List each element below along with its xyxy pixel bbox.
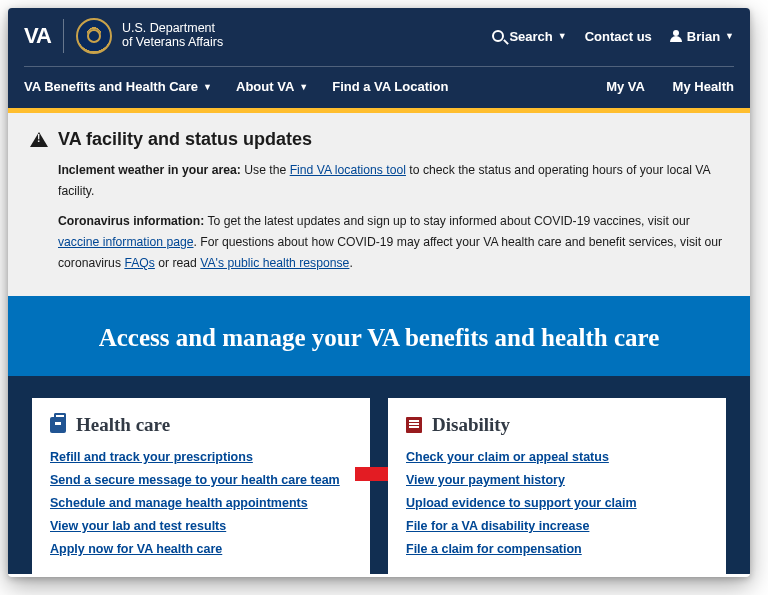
alert-covid-label: Coronavirus information: [58, 214, 204, 228]
divider [63, 19, 64, 53]
alert-covid-line: Coronavirus information: To get the late… [58, 211, 728, 273]
cards-band: Health care Refill and track your prescr… [8, 376, 750, 574]
nav-label: About VA [236, 79, 294, 94]
nav-my-health[interactable]: My Health [673, 79, 734, 94]
text: To get the latest updates and sign up to… [204, 214, 690, 228]
text: . [349, 256, 352, 270]
va-logo-text[interactable]: VA [24, 23, 51, 49]
chevron-down-icon: ▼ [203, 82, 212, 92]
search-label: Search [509, 29, 552, 44]
dept-line2: of Veterans Affairs [122, 36, 223, 50]
briefcase-icon [50, 417, 66, 433]
card-title: Disability [432, 414, 510, 436]
disability-link-file-claim[interactable]: File a claim for compensation [406, 542, 708, 556]
document-icon [406, 417, 422, 433]
chevron-down-icon: ▼ [725, 31, 734, 41]
hero-title: Access and manage your VA benefits and h… [8, 324, 750, 352]
health-link-secure-message[interactable]: Send a secure message to your health car… [50, 473, 352, 487]
nav-about[interactable]: About VA ▼ [236, 79, 308, 94]
vaccine-info-link[interactable]: vaccine information page [58, 235, 194, 249]
health-link-apply[interactable]: Apply now for VA health care [50, 542, 352, 556]
alert-banner: VA facility and status updates Inclement… [8, 113, 750, 296]
text: or read [155, 256, 200, 270]
primary-nav: VA Benefits and Health Care ▼ About VA ▼… [8, 67, 750, 108]
health-link-appointments[interactable]: Schedule and manage health appointments [50, 496, 352, 510]
chevron-down-icon: ▼ [558, 31, 567, 41]
dept-line1: U.S. Department [122, 22, 223, 36]
find-locations-link[interactable]: Find VA locations tool [290, 163, 406, 177]
health-link-prescriptions[interactable]: Refill and track your prescriptions [50, 450, 352, 464]
covid-faqs-link[interactable]: FAQs [124, 256, 154, 270]
health-link-lab-results[interactable]: View your lab and test results [50, 519, 352, 533]
text: Use the [241, 163, 290, 177]
nav-my-va[interactable]: My VA [606, 79, 645, 94]
hero: Access and manage your VA benefits and h… [8, 296, 750, 376]
contact-link[interactable]: Contact us [585, 29, 652, 44]
disability-card: Disability Check your claim or appeal st… [388, 398, 726, 574]
alert-title: VA facility and status updates [58, 129, 312, 150]
user-name: Brian [687, 29, 720, 44]
health-care-card: Health care Refill and track your prescr… [32, 398, 370, 574]
alert-weather-line: Inclement weather in your area: Use the … [58, 160, 728, 201]
disability-link-payment-history[interactable]: View your payment history [406, 473, 708, 487]
user-menu[interactable]: Brian ▼ [670, 29, 734, 44]
warning-icon [30, 132, 48, 147]
dept-name: U.S. Department of Veterans Affairs [122, 22, 223, 50]
alert-weather-label: Inclement weather in your area: [58, 163, 241, 177]
chevron-down-icon: ▼ [299, 82, 308, 92]
search-button[interactable]: Search ▼ [492, 29, 566, 44]
disability-link-increase[interactable]: File for a VA disability increase [406, 519, 708, 533]
nav-benefits[interactable]: VA Benefits and Health Care ▼ [24, 79, 212, 94]
card-title: Health care [76, 414, 170, 436]
nav-label: VA Benefits and Health Care [24, 79, 198, 94]
search-icon [492, 30, 504, 42]
nav-find-location[interactable]: Find a VA Location [332, 79, 448, 94]
disability-link-upload-evidence[interactable]: Upload evidence to support your claim [406, 496, 708, 510]
user-icon [670, 30, 682, 42]
va-seal-icon [76, 18, 112, 54]
disability-link-claim-status[interactable]: Check your claim or appeal status [406, 450, 708, 464]
public-health-link[interactable]: VA's public health response [200, 256, 349, 270]
site-header: VA U.S. Department of Veterans Affairs S… [8, 8, 750, 108]
